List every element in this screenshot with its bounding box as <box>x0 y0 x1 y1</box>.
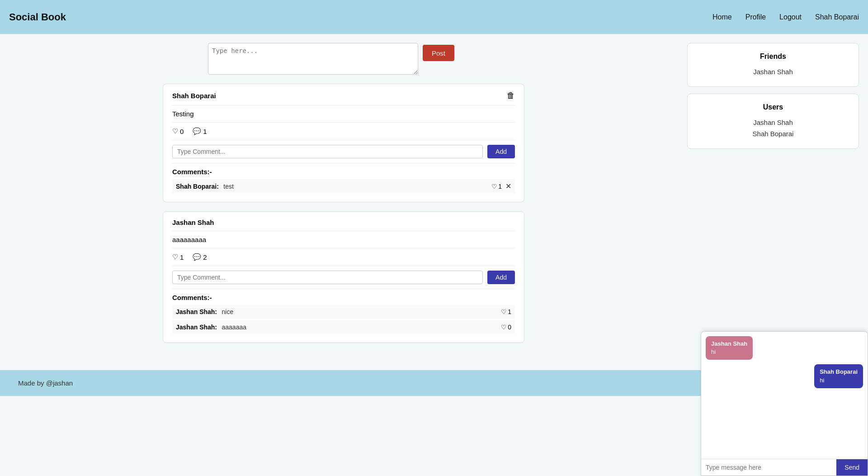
friends-title: Friends <box>697 52 849 61</box>
comment-author-2-2: Jashan Shah: <box>176 324 217 331</box>
post-header-2: Jashan Shah <box>172 219 515 231</box>
nav-user[interactable]: Shah Boparai <box>815 13 859 21</box>
comments-section-2: Comments:- Jashan Shah: nice ♡1 Jashan S… <box>172 289 515 334</box>
post-card-2: Jashan Shah aaaaaaaaa ♡ 1 💬 2 Add Commen… <box>163 211 524 343</box>
user-item-1[interactable]: Jashan Shah <box>697 117 849 128</box>
friend-item-1[interactable]: Jashan Shah <box>697 66 849 77</box>
app-brand: Social Book <box>9 11 66 23</box>
delete-comment-icon-1-1[interactable]: ✕ <box>505 182 511 190</box>
like-count-1: 0 <box>180 128 184 135</box>
comment-input-2[interactable] <box>172 271 483 284</box>
comment-action-2[interactable]: 💬 2 <box>193 253 207 261</box>
center-column: Post Shah Boparai 🗑 Testing ♡ 0 💬 1 <box>9 43 678 343</box>
nav-links: Home Profile Logout Shah Boparai <box>712 13 859 21</box>
send-button[interactable]: Send <box>836 459 868 476</box>
post-body-2: aaaaaaaaa <box>172 231 515 248</box>
comment-count-1: 1 <box>203 128 207 135</box>
comment-actions-1-1: ♡1 ✕ <box>491 182 511 190</box>
delete-post-icon-1[interactable]: 🗑 <box>507 91 515 100</box>
chat-text-right-1: hi <box>820 377 824 384</box>
chat-box: Jashan Shah hi Shah Boparai hi Send <box>701 331 868 476</box>
chat-sender-left-1: Jashan Shah <box>711 340 747 347</box>
comment-text-1-1: test <box>223 183 234 190</box>
comments-section-1: Comments:- Shah Boparai: test ♡1 ✕ <box>172 163 515 193</box>
comment-left-2-2: Jashan Shah: aaaaaaa <box>176 323 246 331</box>
chat-input[interactable] <box>701 459 836 476</box>
comment-row-2-2: Jashan Shah: aaaaaaa ♡0 <box>172 320 515 334</box>
chat-sender-right-1: Shah Boparai <box>820 368 858 375</box>
comment-text-2-1: nice <box>222 308 233 315</box>
post-textarea[interactable] <box>208 43 418 75</box>
chat-bubble-right-1: Shah Boparai hi <box>814 364 863 388</box>
like-action-2[interactable]: ♡ 1 <box>172 253 184 261</box>
post-button[interactable]: Post <box>423 45 454 61</box>
friends-card: Friends Jashan Shah <box>687 43 859 87</box>
nav-home[interactable]: Home <box>712 13 732 21</box>
comment-like-2-2[interactable]: ♡0 <box>501 324 511 331</box>
comments-label-1: Comments:- <box>172 168 515 176</box>
users-card: Users Jashan Shah Shah Boparai <box>687 94 859 149</box>
chat-bubble-left-1: Jashan Shah hi <box>706 336 753 360</box>
chat-input-row: Send <box>701 459 868 476</box>
add-comment-btn-1[interactable]: Add <box>487 145 515 158</box>
comment-row-1-1: Shah Boparai: test ♡1 ✕ <box>172 179 515 193</box>
right-sidebar: Friends Jashan Shah Users Jashan Shah Sh… <box>687 43 859 343</box>
post-area: Post <box>208 43 479 75</box>
main-container: Post Shah Boparai 🗑 Testing ♡ 0 💬 1 <box>0 34 868 352</box>
nav-logout[interactable]: Logout <box>779 13 802 21</box>
footer-credit: Made by @jashan <box>18 379 73 387</box>
comment-like-2-1[interactable]: ♡1 <box>501 308 511 315</box>
comment-text-2-2: aaaaaaa <box>222 324 246 331</box>
comment-icon-2: 💬 <box>193 253 201 261</box>
like-count-2: 1 <box>180 253 184 261</box>
nav-profile[interactable]: Profile <box>745 13 766 21</box>
comment-input-row-2: Add <box>172 266 515 289</box>
comments-label-2: Comments:- <box>172 294 515 301</box>
post-header-1: Shah Boparai 🗑 <box>172 91 515 105</box>
comment-count-2: 2 <box>203 253 207 261</box>
post-actions-1: ♡ 0 💬 1 <box>172 123 515 140</box>
chat-text-left-1: hi <box>711 348 716 355</box>
heart-icon-2: ♡ <box>172 253 178 261</box>
post-author-1: Shah Boparai <box>172 92 216 100</box>
comment-like-1-1[interactable]: ♡1 <box>491 183 502 190</box>
post-card-1: Shah Boparai 🗑 Testing ♡ 0 💬 1 Add Comme… <box>163 84 524 202</box>
chat-messages: Jashan Shah hi Shah Boparai hi <box>701 332 868 459</box>
users-title: Users <box>697 103 849 111</box>
comment-author-2-1: Jashan Shah: <box>176 308 217 315</box>
comment-input-1[interactable] <box>172 145 483 158</box>
navbar: Social Book Home Profile Logout Shah Bop… <box>0 0 868 34</box>
heart-icon-1: ♡ <box>172 127 178 135</box>
comment-icon-1: 💬 <box>193 127 201 135</box>
comment-left-1-1: Shah Boparai: test <box>176 182 234 190</box>
comment-action-1[interactable]: 💬 1 <box>193 127 207 135</box>
comment-actions-2-1: ♡1 <box>501 308 511 315</box>
comment-author-1-1: Shah Boparai: <box>176 183 219 190</box>
user-item-2[interactable]: Shah Boparai <box>697 128 849 139</box>
comment-input-row-1: Add <box>172 140 515 163</box>
post-author-2: Jashan Shah <box>172 219 214 226</box>
comment-row-2-1: Jashan Shah: nice ♡1 <box>172 305 515 319</box>
like-action-1[interactable]: ♡ 0 <box>172 127 184 135</box>
post-actions-2: ♡ 1 💬 2 <box>172 248 515 266</box>
comment-actions-2-2: ♡0 <box>501 324 511 331</box>
add-comment-btn-2[interactable]: Add <box>487 271 515 284</box>
post-body-1: Testing <box>172 105 515 123</box>
comment-left-2-1: Jashan Shah: nice <box>176 308 233 316</box>
